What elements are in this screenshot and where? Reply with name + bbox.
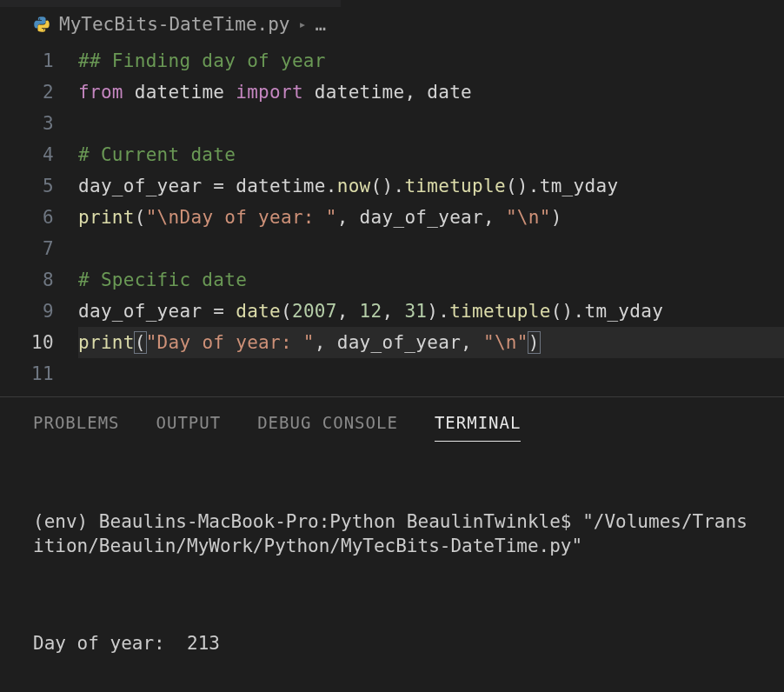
code-token: "\nDay of year: ": [146, 207, 337, 228]
tab-bar: [0, 0, 784, 7]
code-token: timetuple: [449, 301, 551, 322]
code-token: "Day of year: ": [146, 332, 315, 353]
code-token: ().: [371, 176, 405, 196]
line-number: 10: [0, 327, 78, 358]
breadcrumb-ellipsis[interactable]: …: [316, 14, 327, 35]
code-line[interactable]: 4 # Current date: [0, 139, 784, 170]
code-token: ## Finding day of year: [78, 50, 326, 71]
code-token: (: [281, 301, 292, 322]
bottom-panel: PROBLEMS OUTPUT DEBUG CONSOLE TERMINAL (…: [0, 396, 784, 692]
python-icon: [33, 16, 50, 33]
code-token: # Specific date: [78, 269, 247, 290]
code-token: from: [78, 82, 123, 103]
chevron-right-icon: ▸: [299, 17, 307, 32]
line-number: 2: [0, 77, 78, 108]
tab-spacer: [0, 0, 341, 7]
line-number: 11: [0, 358, 78, 389]
code-line[interactable]: 9 day_of_year = date(2007, 12, 31).timet…: [0, 296, 784, 327]
code-line[interactable]: 7: [0, 233, 784, 264]
code-token: 12: [360, 301, 382, 322]
code-line[interactable]: 1 ## Finding day of year: [0, 45, 784, 77]
code-token: ,: [382, 301, 405, 322]
bracket-highlight: (: [134, 331, 147, 354]
line-number: 4: [0, 139, 78, 170]
code-token: (: [135, 207, 146, 228]
code-token: print: [78, 332, 135, 353]
code-line[interactable]: 8 # Specific date: [0, 264, 784, 296]
bracket-highlight: ): [528, 331, 541, 354]
code-token: ): [551, 207, 562, 228]
code-line[interactable]: 11: [0, 358, 784, 389]
panel-tabs: PROBLEMS OUTPUT DEBUG CONSOLE TERMINAL: [0, 397, 784, 449]
code-token: day_of_year = datetime.: [78, 176, 337, 196]
code-token: ().tm_yday: [551, 301, 663, 322]
code-token: ().tm_yday: [506, 176, 618, 196]
line-number: 3: [0, 108, 78, 139]
code-line[interactable]: 3: [0, 108, 784, 139]
code-token: ,: [337, 301, 360, 322]
code-token: 31: [404, 301, 427, 322]
line-number: 7: [0, 233, 78, 264]
line-number: 5: [0, 170, 78, 202]
line-number: 1: [0, 45, 78, 77]
tab-terminal[interactable]: TERMINAL: [435, 413, 522, 442]
code-line[interactable]: 6 print("\nDay of year: ", day_of_year, …: [0, 202, 784, 233]
breadcrumb-filename[interactable]: MyTecBits-DateTime.py: [59, 14, 290, 35]
line-number: 6: [0, 202, 78, 233]
code-token: print: [78, 207, 135, 228]
breadcrumb[interactable]: MyTecBits-DateTime.py ▸ …: [0, 7, 784, 45]
code-token: datetime, date: [303, 82, 472, 103]
code-token: timetuple: [404, 176, 506, 196]
code-token: # Current date: [78, 144, 236, 165]
code-line[interactable]: 10 print("Day of year: ", day_of_year, "…: [0, 327, 784, 358]
code-token: import: [236, 82, 303, 103]
code-token: datetime: [123, 82, 236, 103]
code-line[interactable]: 2 from datetime import datetime, date: [0, 77, 784, 108]
code-token: day_of_year =: [78, 301, 236, 322]
tab-problems[interactable]: PROBLEMS: [33, 413, 120, 442]
code-token: ).: [427, 301, 449, 322]
terminal-output[interactable]: (env) Beaulins-MacBook-Pro:Python Beauli…: [0, 449, 784, 692]
code-token: date: [236, 301, 281, 322]
line-number: 9: [0, 296, 78, 327]
tab-debug-console[interactable]: DEBUG CONSOLE: [257, 413, 398, 442]
code-token: now: [337, 176, 371, 196]
code-token: "\n": [506, 207, 551, 228]
terminal-line: Day of year: 213: [33, 631, 751, 655]
code-token: , day_of_year,: [315, 332, 483, 353]
line-number: 8: [0, 264, 78, 296]
code-token: 2007: [292, 301, 337, 322]
code-token: "\n": [483, 332, 528, 353]
tab-output[interactable]: OUTPUT: [156, 413, 222, 442]
code-line[interactable]: 5 day_of_year = datetime.now().timetuple…: [0, 170, 784, 202]
code-token: , day_of_year,: [337, 207, 506, 228]
terminal-line: (env) Beaulins-MacBook-Pro:Python Beauli…: [33, 509, 751, 558]
active-tab-region: [341, 0, 784, 7]
code-editor[interactable]: 1 ## Finding day of year 2 from datetime…: [0, 45, 784, 389]
